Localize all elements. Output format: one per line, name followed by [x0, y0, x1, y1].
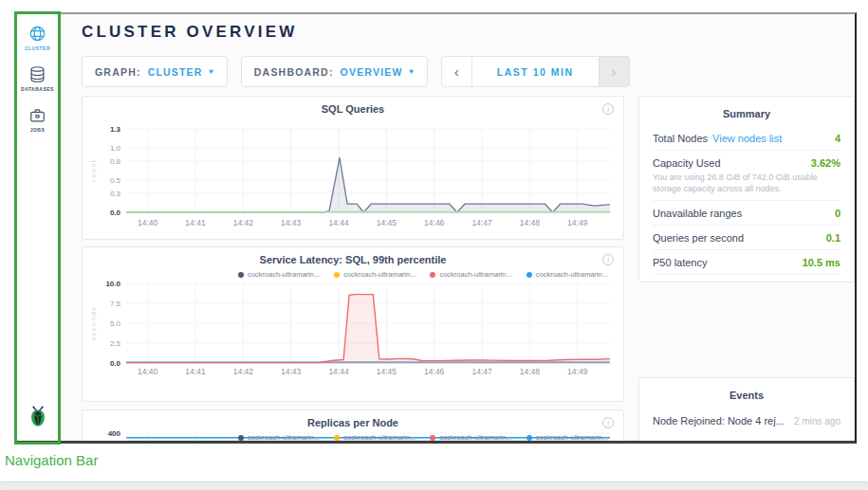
- globe-icon: [28, 25, 46, 43]
- legend-label: cockroach-ultramarin...: [248, 433, 320, 441]
- svg-text:0.3: 0.3: [110, 190, 121, 198]
- briefcase-icon: [28, 106, 46, 124]
- events-panel: Events Node Rejoined: Node 4 rej... 2 mi…: [638, 377, 855, 441]
- legend-dot-icon: [430, 272, 435, 278]
- svg-text:14:45: 14:45: [377, 218, 397, 227]
- svg-text:14:42: 14:42: [233, 367, 254, 376]
- time-next-button[interactable]: ›: [599, 56, 630, 87]
- legend-label: cockroach-ultramarin...: [343, 433, 416, 441]
- svg-text:14:43: 14:43: [281, 367, 302, 376]
- svg-text:0.5: 0.5: [110, 176, 121, 185]
- event-row[interactable]: Node Rejoined: Node 4 rej... 2 mins ago: [653, 408, 840, 433]
- qps-label: Queries per second: [653, 232, 744, 244]
- svg-text:14:48: 14:48: [520, 218, 541, 227]
- summary-row-p99: P99 latency 285.2 ms: [653, 274, 840, 282]
- svg-text:14:48: 14:48: [520, 367, 541, 376]
- graph-dropdown-label: GRAPH:: [95, 66, 141, 78]
- sidebar-item-jobs[interactable]: JOBS: [28, 106, 46, 133]
- legend-dot-icon: [430, 435, 435, 441]
- svg-text:14:49: 14:49: [567, 218, 588, 227]
- dashboard-dropdown[interactable]: DASHBOARD: OVERVIEW ▾: [241, 56, 428, 87]
- summary-row-total-nodes: Total NodesView nodes list 4: [653, 126, 840, 150]
- sidebar-item-label: CLUSTER: [25, 45, 50, 51]
- unavailable-ranges-value: 0: [835, 208, 840, 219]
- svg-text:10.0: 10.0: [105, 280, 120, 288]
- sidebar-item-cluster[interactable]: CLUSTER: [25, 25, 50, 51]
- sidebar-item-databases[interactable]: DATABASES: [21, 65, 54, 92]
- legend-dot-icon: [238, 435, 244, 441]
- legend-label: cockroach-ultramarin...: [248, 270, 320, 279]
- main-content: CLUSTER OVERVIEW GRAPH: CLUSTER ▾ DASHBO…: [60, 14, 855, 441]
- event-text: Node Rejoined: Node 3 rej...: [653, 441, 785, 442]
- p99-label: P99 latency: [653, 281, 707, 282]
- time-range-label[interactable]: LAST 10 MIN: [472, 56, 599, 87]
- annotated-screenshot: CLUSTER DATABASES JOBS: [0, 0, 868, 490]
- legend-label: cockroach-ultramarin...: [439, 433, 511, 441]
- total-nodes-label: Total Nodes: [653, 133, 708, 144]
- chevron-left-icon: ‹: [454, 64, 459, 80]
- svg-text:14:47: 14:47: [471, 367, 492, 376]
- svg-text:0.8: 0.8: [110, 157, 121, 166]
- replicas-per-node-chart: Replicas per Node i cockroach-ultramarin…: [82, 409, 624, 441]
- svg-text:0.0: 0.0: [110, 209, 121, 217]
- svg-text:5.0: 5.0: [110, 319, 121, 328]
- unavailable-ranges-label: Unavailable ranges: [653, 208, 742, 219]
- chevron-right-icon: ›: [612, 64, 617, 80]
- cockroach-labs-logo[interactable]: [28, 405, 48, 431]
- legend-item[interactable]: cockroach-ultramarin...: [430, 433, 511, 441]
- legend-dot-icon: [526, 435, 532, 441]
- event-row[interactable]: Node Rejoined: Node 3 rej... 18 mins ago: [653, 433, 840, 441]
- legend-item[interactable]: cockroach-ultramarin...: [238, 433, 320, 441]
- capacity-description: You are using 26.8 GiB of 742.0 GiB usab…: [653, 172, 840, 200]
- svg-text:14:40: 14:40: [138, 367, 158, 376]
- charts-column: SQL Queries i 14:4014:4114:4214:4314:441…: [82, 96, 624, 441]
- legend-label: cockroach-ultramarin...: [439, 270, 511, 279]
- graph-dropdown-value: CLUSTER: [148, 66, 203, 78]
- summary-panel: Summary Total NodesView nodes list 4 Cap…: [638, 96, 855, 282]
- svg-text:7.5: 7.5: [110, 299, 121, 308]
- legend-item[interactable]: cockroach-ultramarin...: [526, 433, 608, 441]
- sidebar-item-label: DATABASES: [21, 86, 54, 92]
- service-latency-chart: Service Latency: SQL, 99th percentile i …: [82, 246, 624, 402]
- view-nodes-list-link[interactable]: View nodes list: [712, 133, 782, 144]
- time-range-selector: ‹ LAST 10 MIN ›: [441, 56, 630, 87]
- legend-label: cockroach-ultramarin...: [536, 270, 608, 279]
- chart-legend: cockroach-ultramarin...cockroach-ultrama…: [238, 433, 608, 441]
- sql-queries-chart: SQL Queries i 14:4014:4114:4214:4314:441…: [82, 96, 624, 240]
- event-time: 2 mins ago: [794, 416, 840, 426]
- legend-item[interactable]: cockroach-ultramarin...: [334, 270, 416, 279]
- svg-text:14:44: 14:44: [328, 367, 349, 376]
- summary-title: Summary: [653, 108, 840, 119]
- summary-row-unavailable-ranges: Unavailable ranges 0: [653, 200, 840, 225]
- svg-text:14:49: 14:49: [567, 367, 588, 376]
- svg-text:1.0: 1.0: [110, 144, 121, 153]
- legend-item[interactable]: cockroach-ultramarin...: [334, 433, 416, 441]
- svg-text:14:45: 14:45: [377, 367, 397, 376]
- side-panels: Summary Total NodesView nodes list 4 Cap…: [638, 96, 855, 282]
- time-prev-button[interactable]: ‹: [441, 56, 472, 87]
- p99-value: 285.2 ms: [797, 281, 840, 282]
- legend-label: cockroach-ultramarin...: [536, 433, 608, 441]
- legend-item[interactable]: cockroach-ultramarin...: [238, 270, 320, 279]
- chart-svg: 14:4014:4114:4214:4314:4414:4514:4614:47…: [83, 97, 623, 239]
- bottom-scrollbar[interactable]: [0, 481, 868, 490]
- p50-label: P50 latency: [653, 257, 707, 268]
- event-text: Node Rejoined: Node 4 rej...: [653, 415, 785, 426]
- legend-item[interactable]: cockroach-ultramarin...: [526, 270, 608, 279]
- dashboard-dropdown-label: DASHBOARD:: [254, 66, 334, 78]
- app-window: CLUSTER DATABASES JOBS: [15, 12, 857, 444]
- annotation-caption: Navigation Bar: [5, 452, 98, 468]
- svg-text:1.3: 1.3: [110, 125, 121, 134]
- svg-text:count: count: [90, 159, 97, 183]
- svg-text:14:43: 14:43: [281, 218, 302, 227]
- dashboard-dropdown-value: OVERVIEW: [341, 66, 403, 78]
- svg-text:2.5: 2.5: [110, 339, 121, 348]
- legend-dot-icon: [238, 272, 244, 278]
- graph-dropdown[interactable]: GRAPH: CLUSTER ▾: [82, 56, 228, 87]
- chevron-down-icon: ▾: [210, 67, 214, 76]
- database-icon: [28, 65, 46, 83]
- svg-text:400: 400: [108, 429, 121, 438]
- svg-text:14:46: 14:46: [424, 367, 445, 376]
- svg-text:seconds: seconds: [90, 306, 97, 341]
- legend-item[interactable]: cockroach-ultramarin...: [430, 270, 511, 279]
